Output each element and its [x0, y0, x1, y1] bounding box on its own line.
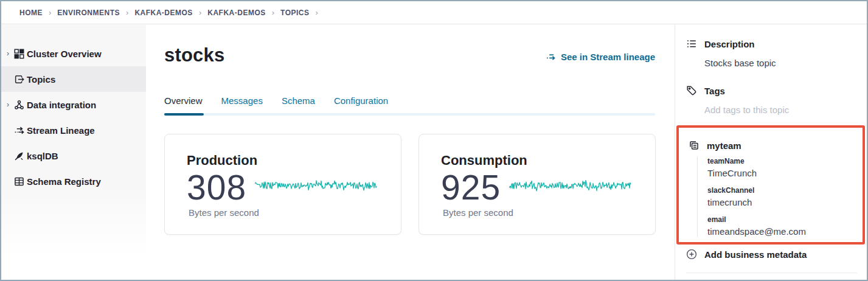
breadcrumb-separator: › — [199, 8, 201, 17]
breadcrumb: HOME › ENVIRONMENTS › KAFKA-DEMOS › KAFK… — [1, 1, 867, 24]
description-heading: Description — [704, 39, 755, 49]
breadcrumb-topics[interactable]: TOPICS — [280, 9, 309, 17]
breadcrumb-environments[interactable]: ENVIRONMENTS — [57, 9, 120, 17]
chevron-right-icon[interactable]: › — [7, 50, 14, 57]
field-label: slackChannel — [707, 186, 863, 195]
tags-heading: Tags — [704, 86, 725, 96]
panel-divider — [686, 272, 857, 273]
sidebar-item-schema-registry[interactable]: Schema Registry — [1, 168, 146, 194]
tab-schema[interactable]: Schema — [282, 95, 315, 113]
sidebar-item-ksqldb[interactable]: ksqlDB — [1, 143, 146, 168]
topic-details-panel: Description Stocks base topic Tags Add t… — [675, 25, 867, 280]
description-value: Stocks base topic — [704, 58, 858, 68]
stream-lineage-icon — [546, 52, 557, 61]
tags-placeholder[interactable]: Add tags to this topic — [704, 105, 858, 115]
tab-track — [164, 113, 655, 116]
add-business-metadata-button[interactable]: Add business metadata — [686, 249, 807, 260]
tab-configuration[interactable]: Configuration — [334, 95, 388, 113]
business-metadata-highlight-box: myteam teamName TimeCrunch slackChannel … — [676, 125, 865, 245]
sidebar: › Cluster Overview Topics › — [1, 25, 146, 280]
metric-title: Production — [187, 153, 386, 168]
data-integration-icon — [14, 100, 24, 110]
stream-lineage-icon — [14, 125, 24, 136]
business-metadata-fields: teamName TimeCrunch slackChannel timecru… — [697, 157, 863, 237]
production-metric-card: Production 308 Bytes per second — [164, 134, 401, 235]
sidebar-item-topics[interactable]: Topics — [1, 66, 146, 92]
topics-icon — [14, 74, 24, 85]
sidebar-item-stream-lineage[interactable]: Stream Lineage — [1, 117, 146, 143]
metric-unit-label: Bytes per second — [189, 207, 386, 218]
sidebar-item-label: Stream Lineage — [27, 125, 95, 136]
breadcrumb-separator: › — [272, 8, 274, 17]
breadcrumb-separator: › — [316, 8, 318, 17]
description-list-icon — [686, 38, 697, 49]
main-content: stocks See in Stream lineage Overview Me… — [146, 25, 675, 280]
consumption-sparkline — [509, 178, 632, 193]
see-in-stream-lineage-label: See in Stream lineage — [561, 52, 655, 62]
description-section: Description Stocks base topic — [686, 38, 858, 68]
consumption-rate-value: 925 — [441, 170, 501, 206]
active-tab-indicator — [164, 113, 204, 116]
business-metadata-name: myteam — [707, 140, 741, 151]
app-window: HOME › ENVIRONMENTS › KAFKA-DEMOS › KAFK… — [0, 0, 868, 281]
field-label: teamName — [707, 157, 863, 165]
sidebar-item-label: Cluster Overview — [27, 49, 102, 59]
breadcrumb-cluster-name[interactable]: KAFKA-DEMOS — [207, 9, 266, 17]
field-value: TimeCrunch — [707, 168, 863, 178]
consumption-metric-card: Consumption 925 Bytes per second — [418, 134, 656, 235]
field-value: timeandspace@me.com — [707, 226, 863, 237]
schema-registry-icon — [14, 176, 24, 187]
field-label: email — [707, 215, 863, 224]
sidebar-item-label: Topics — [27, 74, 55, 85]
chevron-right-icon[interactable]: › — [7, 101, 14, 108]
sidebar-item-label: ksqlDB — [27, 151, 58, 161]
production-rate-value: 308 — [187, 170, 246, 206]
breadcrumb-separator: › — [126, 8, 128, 17]
business-metadata-field: slackChannel timecrunch — [707, 186, 863, 207]
tag-icon — [686, 85, 697, 96]
add-business-metadata-label: Add business metadata — [704, 249, 807, 260]
sidebar-item-cluster-overview[interactable]: › Cluster Overview — [1, 41, 146, 66]
tab-bar: Overview Messages Schema Configuration — [164, 95, 655, 116]
tab-messages[interactable]: Messages — [221, 95, 263, 113]
production-sparkline — [255, 178, 378, 193]
page-title: stocks — [164, 44, 224, 66]
sidebar-item-data-integration[interactable]: › Data integration — [1, 92, 146, 117]
metric-title: Consumption — [441, 153, 641, 168]
metric-unit-label: Bytes per second — [443, 207, 641, 218]
plus-circle-icon — [686, 249, 697, 260]
field-value: timecrunch — [707, 197, 863, 207]
business-metadata-icon — [689, 140, 700, 151]
breadcrumb-separator: › — [49, 8, 51, 17]
breadcrumb-home[interactable]: HOME — [19, 9, 43, 17]
cluster-overview-icon — [14, 49, 24, 59]
business-metadata-field: email timeandspace@me.com — [707, 215, 863, 237]
see-in-stream-lineage-link[interactable]: See in Stream lineage — [546, 52, 655, 62]
sidebar-item-label: Data integration — [27, 100, 96, 110]
ksqldb-icon — [14, 151, 24, 161]
breadcrumb-environment-name[interactable]: KAFKA-DEMOS — [134, 9, 193, 17]
tags-section: Tags Add tags to this topic — [686, 85, 858, 115]
tab-overview[interactable]: Overview — [164, 95, 203, 113]
business-metadata-field: teamName TimeCrunch — [707, 157, 863, 178]
sidebar-item-label: Schema Registry — [27, 176, 101, 187]
